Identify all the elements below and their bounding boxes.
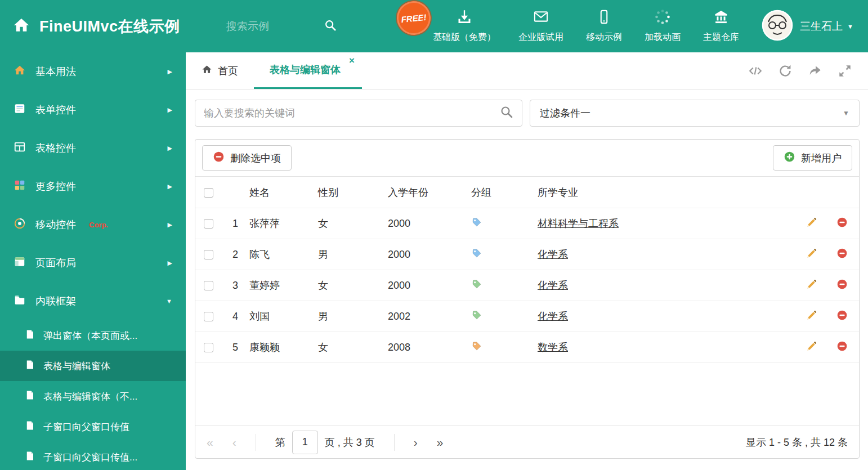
mobile-controls-icon <box>14 217 26 232</box>
table-row: 4 刘国 男 2002 化学系 <box>195 301 859 332</box>
edit-button[interactable] <box>806 341 817 352</box>
search-icon[interactable] <box>324 19 337 34</box>
app-title: FineUIMvc在线示例 <box>39 16 180 37</box>
minus-circle-icon <box>836 248 848 259</box>
sidebar-subitem-grid-edit-window-2[interactable]: 表格与编辑窗体（不... <box>0 381 186 411</box>
tag-icon <box>471 217 482 228</box>
record-summary: 显示 1 - 5 条 , 共 12 条 <box>746 436 848 449</box>
search-icon[interactable] <box>500 105 513 121</box>
row-checkbox[interactable] <box>204 312 213 321</box>
sidebar-subitem-label: 表格与编辑窗体 <box>43 360 110 373</box>
refresh-button[interactable] <box>778 64 793 78</box>
sidebar-subitem-label: 子窗口向父窗口传值... <box>43 451 137 464</box>
sidebar-subitem-popup-window[interactable]: 弹出窗体（本页面或... <box>0 320 186 351</box>
first-page-button[interactable]: « <box>207 436 213 449</box>
keyword-search-input[interactable] <box>204 108 494 119</box>
cell-name: 康颖颖 <box>246 332 315 363</box>
select-all-checkbox[interactable] <box>204 188 213 198</box>
sidebar-item-more-controls[interactable]: 更多控件 ▶ <box>0 167 186 205</box>
row-checkbox[interactable] <box>204 343 213 352</box>
major-link[interactable]: 化学系 <box>538 280 568 291</box>
sidebar-subitem-child-to-parent-2[interactable]: 子窗口向父窗口传值... <box>0 442 186 470</box>
nav-item-enterprise-trial[interactable]: 企业版试用 <box>518 9 563 43</box>
sidebar-subitem-child-to-parent[interactable]: 子窗口向父窗口传值 <box>0 411 186 442</box>
tab-home[interactable]: 首页 <box>186 52 254 89</box>
edit-button[interactable] <box>806 279 817 290</box>
delete-button[interactable] <box>836 341 848 352</box>
edit-button[interactable] <box>806 310 817 321</box>
major-link[interactable]: 数学系 <box>538 342 568 353</box>
page-number-input[interactable] <box>292 431 318 454</box>
tab-bar: 首页 表格与编辑窗体 × <box>186 52 868 89</box>
delete-button[interactable] <box>836 279 848 290</box>
delete-button[interactable] <box>836 248 848 259</box>
minus-circle-icon <box>836 279 848 290</box>
grid-header-row: 姓名 性别 入学年份 分组 所学专业 <box>195 177 859 208</box>
tab-grid-edit-window[interactable]: 表格与编辑窗体 × <box>254 52 362 89</box>
cell-group <box>468 239 534 270</box>
row-checkbox[interactable] <box>204 281 213 290</box>
file-icon <box>25 420 35 433</box>
next-page-button[interactable]: › <box>414 436 418 449</box>
row-checkbox[interactable] <box>204 219 213 229</box>
nav-item-basic-free[interactable]: FREE! 基础版（免费） <box>433 9 496 43</box>
col-header-year[interactable]: 入学年份 <box>384 177 468 208</box>
last-page-button[interactable]: » <box>437 436 444 449</box>
sidebar-subitem-label: 弹出窗体（本页面或... <box>43 329 137 342</box>
col-header-name[interactable]: 姓名 <box>246 177 315 208</box>
major-link[interactable]: 化学系 <box>538 249 568 260</box>
tab-label: 表格与编辑窗体 <box>270 63 341 77</box>
col-header-group[interactable]: 分组 <box>468 177 534 208</box>
prev-page-button[interactable]: ‹ <box>232 436 236 449</box>
header-nav: FREE! 基础版（免费） 企业版试用 移动示例 <box>433 9 868 43</box>
row-number: 1 <box>221 208 246 239</box>
fullscreen-button[interactable] <box>838 64 852 78</box>
major-link[interactable]: 材料科学与工程系 <box>538 218 619 229</box>
share-button[interactable] <box>808 64 822 78</box>
major-link[interactable]: 化学系 <box>538 311 568 322</box>
home-icon <box>202 64 212 78</box>
nav-item-theme-store[interactable]: 主题仓库 <box>703 9 739 43</box>
plus-circle-icon <box>784 151 795 165</box>
col-header-gender[interactable]: 性别 <box>315 177 384 208</box>
app-shell: 基本用法 ▶ 表单控件 ▶ 表格控件 ▶ 更多控件 ▶ 移动控件 Cor <box>0 52 868 470</box>
sidebar-item-label: 表格控件 <box>35 141 76 155</box>
edit-button[interactable] <box>806 248 817 259</box>
chevron-right-icon: ▶ <box>168 145 172 152</box>
home-icon <box>14 64 26 79</box>
sidebar-item-mobile-controls[interactable]: 移动控件 Corp. ▶ <box>0 205 186 244</box>
cell-group <box>468 332 534 363</box>
sidebar-item-grid-controls[interactable]: 表格控件 ▶ <box>0 129 186 167</box>
row-number: 2 <box>221 239 246 270</box>
delete-selected-button[interactable]: 删除选中项 <box>202 145 292 171</box>
delete-button[interactable] <box>836 310 848 321</box>
sidebar-item-page-layout[interactable]: 页面布局 ▶ <box>0 244 186 282</box>
grid-panel: 删除选中项 新增用户 <box>195 139 860 459</box>
minus-circle-icon <box>836 310 848 321</box>
sidebar-item-form-controls[interactable]: 表单控件 ▶ <box>0 91 186 129</box>
filter-dropdown[interactable]: 过滤条件一 ▼ <box>530 100 860 127</box>
delete-button[interactable] <box>836 217 848 228</box>
sidebar-item-basic-usage[interactable]: 基本用法 ▶ <box>0 52 186 91</box>
sidebar: 基本用法 ▶ 表单控件 ▶ 表格控件 ▶ 更多控件 ▶ 移动控件 Cor <box>0 52 186 470</box>
row-checkbox[interactable] <box>204 250 213 259</box>
grid-toolbar: 删除选中项 新增用户 <box>195 140 859 176</box>
nav-item-loading-animations[interactable]: 加载动画 <box>645 9 681 43</box>
table-row: 1 张萍萍 女 2000 材料科学与工程系 <box>195 208 859 239</box>
add-user-button[interactable]: 新增用户 <box>773 145 852 171</box>
user-menu[interactable]: 三生石上 ▼ <box>762 10 853 43</box>
minus-circle-icon <box>836 341 848 352</box>
close-icon[interactable]: × <box>349 55 355 66</box>
nav-item-label: 企业版试用 <box>518 32 563 43</box>
sidebar-item-inline-frame[interactable]: 内联框架 ▼ <box>0 282 186 320</box>
edit-button[interactable] <box>806 217 817 228</box>
file-icon <box>25 360 35 373</box>
nav-item-mobile-demo[interactable]: 移动示例 <box>586 9 622 43</box>
sidebar-subitem-grid-edit-window[interactable]: 表格与编辑窗体 <box>0 351 186 381</box>
page-selector: 第 页 , 共 3 页 <box>275 431 375 454</box>
view-source-button[interactable] <box>748 64 763 78</box>
brand-home[interactable]: FineUIMvc在线示例 <box>0 16 186 37</box>
header-search-input[interactable] <box>226 20 316 33</box>
col-header-major[interactable]: 所学专业 <box>534 177 798 208</box>
chevron-right-icon: ▶ <box>168 221 172 229</box>
